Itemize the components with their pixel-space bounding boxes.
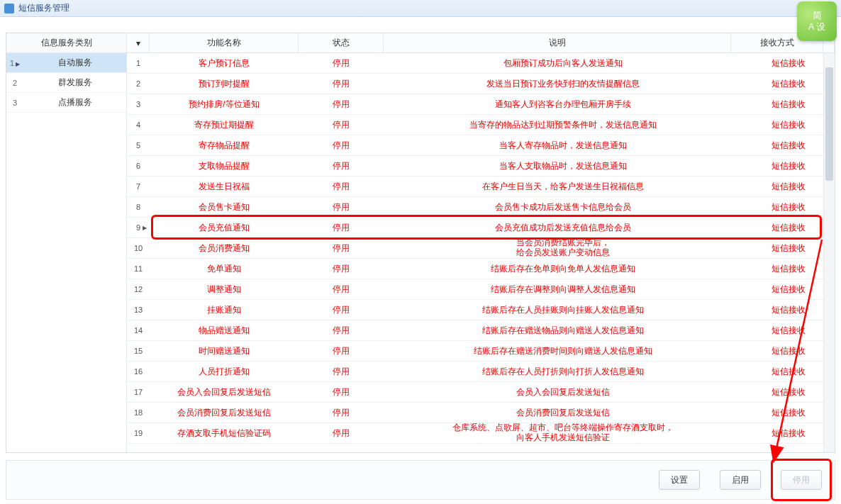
sidebar-header: 信息服务类别 <box>6 33 126 53</box>
disable-button[interactable]: 停用 <box>781 470 822 490</box>
table-row[interactable]: 16人员打折通知停用结账后存在人员打折则向打折人发信息通知短信接收 <box>127 362 835 382</box>
table-row[interactable]: 8会员售卡通知停用会员售卡成功后发送售卡信息给会员短信接收 <box>127 197 835 218</box>
row-name: 免单通知 <box>150 263 299 275</box>
row-desc: 结账后存在人员挂账则向挂账人发信息通知 <box>384 304 742 316</box>
row-state: 停用 <box>299 222 384 234</box>
row-desc: 结账后存在人员打折则向打折人发信息通知 <box>384 366 742 378</box>
row-desc: 会员入会回复后发送短信 <box>384 386 742 398</box>
sidebar-item-label: 点播服务 <box>23 96 126 108</box>
row-index: 8 <box>127 203 150 211</box>
row-name: 会员充值通知 <box>150 222 299 234</box>
table-row[interactable]: 19存酒支取手机短信验证码停用仓库系统、点歌屏、超市、吧台等终端操作寄存酒支取时… <box>127 423 835 444</box>
grid-header-name[interactable]: 功能名称 <box>150 33 299 52</box>
row-recv: 短信接收 <box>742 160 835 172</box>
table-row[interactable]: 5寄存物品提醒停用当客人寄存物品时，发送信息通知短信接收 <box>127 135 835 156</box>
table-row[interactable]: 1客户预订信息停用包厢预订成功后向客人发送通知短信接收 <box>127 53 835 74</box>
sidebar: 信息服务类别 1自动服务2群发服务3点播服务 <box>6 33 127 452</box>
row-state: 停用 <box>299 427 384 439</box>
row-index: 5 <box>127 141 150 150</box>
table-row[interactable]: 13挂账通知停用结账后存在人员挂账则向挂账人发信息通知短信接收 <box>127 300 835 320</box>
table-row[interactable]: 18会员消费回复后发送短信停用会员消费回复后发送短信短信接收 <box>127 403 835 423</box>
table-row[interactable]: 7发送生日祝福停用在客户生日当天，给客户发送生日祝福信息短信接收 <box>127 177 835 197</box>
vertical-scrollbar[interactable] <box>823 53 835 452</box>
row-index: 10 <box>127 244 150 252</box>
row-state: 停用 <box>299 78 384 90</box>
grid-header: ▾ 功能名称 状态 说明 接收方式 <box>127 33 835 53</box>
row-name: 会员消费通知 <box>150 242 299 254</box>
row-index: 11 <box>127 264 150 273</box>
row-recv: 短信接收 <box>742 407 835 419</box>
row-recv: 短信接收 <box>742 242 835 254</box>
row-index: 2 <box>127 79 150 88</box>
row-name: 挂账通知 <box>150 304 299 316</box>
row-name: 支取物品提醒 <box>150 160 299 172</box>
table-row[interactable]: 6支取物品提醒停用当客人支取物品时，发送信息通知短信接收 <box>127 156 835 177</box>
grid-header-desc[interactable]: 说明 <box>384 33 731 52</box>
sidebar-item-index: 1 <box>6 59 23 67</box>
row-name: 预订到时提醒 <box>150 78 299 90</box>
row-recv: 短信接收 <box>742 325 835 337</box>
grid-header-state[interactable]: 状态 <box>299 33 384 52</box>
row-index: 1 <box>127 59 150 67</box>
table-row[interactable]: 11免单通知停用结账后存在免单则向免单人发信息通知短信接收 <box>127 259 835 279</box>
row-desc: 发送当日预订业务快到扫的友情提醒信息 <box>384 78 742 90</box>
row-desc: 当寄存的物品达到过期预警条件时，发送信息通知 <box>384 119 742 131</box>
row-state: 停用 <box>299 140 384 152</box>
row-state: 停用 <box>299 304 384 316</box>
row-desc: 结账后存在调整则向调整人发信息通知 <box>384 284 742 296</box>
row-desc: 会员售卡成功后发送售卡信息给会员 <box>384 201 742 213</box>
row-index: 6 <box>127 162 150 170</box>
app-icon <box>4 4 14 13</box>
row-name: 寄存物品提醒 <box>150 140 299 152</box>
sidebar-item-label: 群发服务 <box>23 77 126 89</box>
badge-line1: 简 <box>813 10 822 21</box>
sidebar-item-label: 自动服务 <box>23 57 126 69</box>
row-name: 存酒支取手机短信验证码 <box>150 427 299 439</box>
row-recv: 短信接收 <box>742 366 835 378</box>
row-index: 9 <box>127 223 150 232</box>
content-pane: 信息服务类别 1自动服务2群发服务3点播服务 ▾ 功能名称 状态 说明 接收方式… <box>6 33 835 453</box>
row-desc: 当会员消费结账完毕后，给会员发送账户变动信息 <box>384 238 742 258</box>
row-recv: 短信接收 <box>742 222 835 234</box>
row-state: 停用 <box>299 366 384 378</box>
row-recv: 短信接收 <box>742 284 835 296</box>
row-index: 7 <box>127 182 150 191</box>
grid-header-corner[interactable]: ▾ <box>127 33 150 52</box>
row-index: 4 <box>127 121 150 129</box>
sidebar-item-2[interactable]: 3点播服务 <box>6 93 126 113</box>
table-row[interactable]: 17会员入会回复后发送短信停用会员入会回复后发送短信短信接收 <box>127 382 835 403</box>
badge-line2: A 设 <box>808 21 826 33</box>
table-row[interactable]: 3预约排房/等位通知停用通知客人到咨客台办理包厢开房手续短信接收 <box>127 94 835 115</box>
row-state: 停用 <box>299 160 384 172</box>
table-row[interactable]: 12调整通知停用结账后存在调整则向调整人发信息通知短信接收 <box>127 279 835 300</box>
row-desc: 仓库系统、点歌屏、超市、吧台等终端操作寄存酒支取时，向客人手机发送短信验证 <box>384 423 742 443</box>
sidebar-item-1[interactable]: 2群发服务 <box>6 73 126 93</box>
table-row[interactable]: 14物品赠送通知停用结账后存在赠送物品则向赠送人发信息通知短信接收 <box>127 320 835 341</box>
table-row[interactable]: 2预订到时提醒停用发送当日预订业务快到扫的友情提醒信息短信接收 <box>127 74 835 94</box>
table-row[interactable]: 10会员消费通知停用当会员消费结账完毕后，给会员发送账户变动信息短信接收 <box>127 238 835 259</box>
row-name: 调整通知 <box>150 284 299 296</box>
enable-button[interactable]: 启用 <box>720 470 761 490</box>
table-row[interactable]: 9会员充值通知停用会员充值成功后发送充值信息给会员短信接收 <box>127 218 835 238</box>
sidebar-item-index: 3 <box>6 99 23 107</box>
row-name: 会员入会回复后发送短信 <box>150 386 299 398</box>
row-index: 18 <box>127 408 150 417</box>
row-recv: 短信接收 <box>742 99 835 111</box>
row-state: 停用 <box>299 201 384 213</box>
row-recv: 短信接收 <box>742 345 835 357</box>
row-state: 停用 <box>299 242 384 254</box>
row-recv: 短信接收 <box>742 140 835 152</box>
main-grid: ▾ 功能名称 状态 说明 接收方式 1客户预订信息停用包厢预订成功后向客人发送通… <box>127 33 835 452</box>
row-state: 停用 <box>299 345 384 357</box>
table-row[interactable]: 4寄存预过期提醒停用当寄存的物品达到过期预警条件时，发送信息通知短信接收 <box>127 115 835 135</box>
table-row[interactable]: 15时间赠送通知停用结账后存在赠送消费时间则向赠送人发信息通知短信接收 <box>127 341 835 362</box>
scrollbar-thumb[interactable] <box>825 67 833 181</box>
row-desc: 结账后存在免单则向免单人发信息通知 <box>384 263 742 275</box>
row-name: 客户预订信息 <box>150 57 299 69</box>
row-desc: 会员消费回复后发送短信 <box>384 407 742 419</box>
row-state: 停用 <box>299 99 384 111</box>
row-desc: 会员充值成功后发送充值信息给会员 <box>384 222 742 234</box>
row-state: 停用 <box>299 119 384 131</box>
sidebar-item-0[interactable]: 1自动服务 <box>6 53 126 73</box>
settings-button[interactable]: 设置 <box>659 470 700 490</box>
